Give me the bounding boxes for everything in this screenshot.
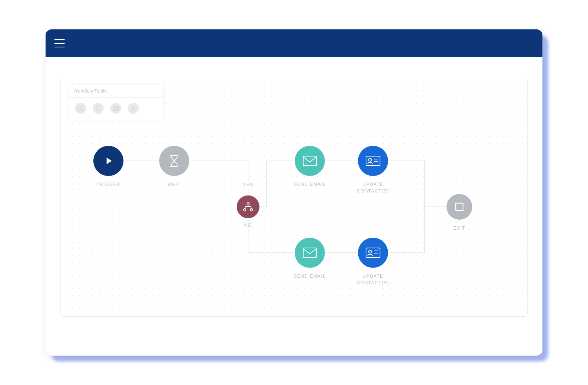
send-email-top-circle[interactable] — [295, 146, 325, 176]
trigger-label: TRIGGER — [96, 181, 120, 188]
send-email-bottom-circle[interactable] — [295, 238, 325, 268]
contact-card-icon — [365, 247, 381, 258]
contact-card-icon — [365, 155, 381, 166]
exit-circle[interactable] — [447, 194, 472, 220]
branch-circle[interactable] — [237, 195, 259, 218]
titlebar — [46, 29, 542, 57]
app-window: Workflow Toolkit — [46, 29, 542, 356]
canvas-area: Workflow Toolkit — [46, 57, 542, 356]
send-email-top-label: SEND EMAIL — [294, 181, 326, 188]
branch-no-label: NO — [244, 222, 252, 229]
hourglass-icon — [169, 154, 179, 168]
play-icon — [103, 156, 114, 166]
stop-icon — [455, 202, 464, 212]
app-window-wrapper: Workflow Toolkit — [46, 29, 542, 356]
svg-point-25 — [250, 209, 252, 211]
menu-button[interactable] — [54, 39, 65, 47]
nodes-layer: TRIGGER WAIT YES — [61, 78, 527, 316]
svg-rect-31 — [303, 248, 316, 258]
node-wait[interactable]: WAIT — [152, 146, 196, 188]
node-branch[interactable]: NO — [226, 195, 270, 229]
node-send-email-top[interactable]: SEND EMAIL — [288, 146, 332, 188]
send-email-bottom-label: SEND EMAIL — [294, 273, 326, 280]
update-contact-bottom-label: UPDATE CONTACT(S) — [351, 273, 395, 286]
svg-rect-36 — [456, 203, 463, 211]
exit-label: EXIT — [453, 225, 466, 231]
svg-point-23 — [247, 203, 249, 205]
svg-point-33 — [369, 250, 372, 253]
workflow-canvas[interactable]: Workflow Toolkit — [60, 78, 528, 317]
node-update-contact-bottom[interactable]: UPDATE CONTACT(S) — [351, 238, 395, 286]
branch-icon — [243, 202, 254, 212]
svg-rect-26 — [303, 156, 316, 166]
update-contact-top-circle[interactable] — [358, 146, 388, 176]
update-contact-top-label: UPDATE CONTACT(S) — [351, 181, 395, 194]
svg-point-28 — [369, 158, 372, 161]
trigger-circle[interactable] — [93, 146, 123, 176]
update-contact-bottom-circle[interactable] — [358, 238, 388, 268]
node-exit[interactable]: EXIT — [437, 194, 481, 231]
email-icon — [302, 247, 317, 258]
node-trigger[interactable]: TRIGGER — [86, 146, 130, 188]
node-update-contact-top[interactable]: UPDATE CONTACT(S) — [351, 146, 395, 194]
node-send-email-bottom[interactable]: SEND EMAIL — [288, 238, 332, 280]
wait-label: WAIT — [168, 181, 181, 188]
branch-yes-label: YES — [243, 182, 254, 187]
email-icon — [302, 155, 317, 166]
wait-circle[interactable] — [159, 146, 189, 176]
svg-point-24 — [244, 209, 246, 211]
